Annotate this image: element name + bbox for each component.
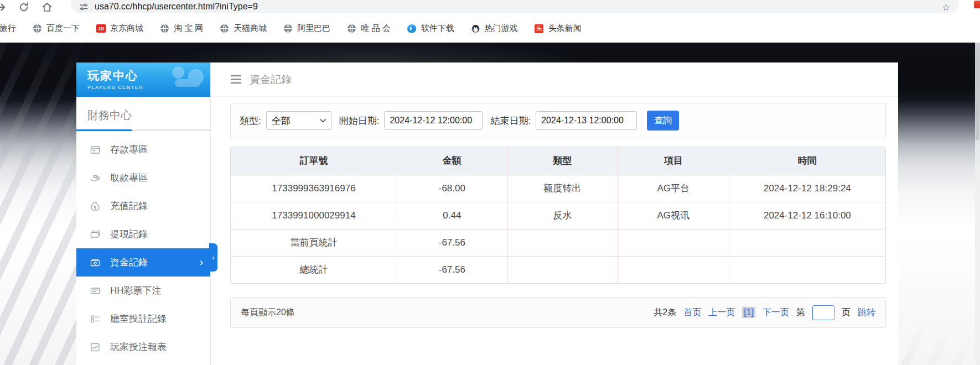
type-cell: 反水	[507, 202, 618, 229]
end-date-input[interactable]	[536, 111, 637, 130]
sidebar-item-hh-lottery[interactable]: HH彩票下注	[76, 277, 210, 305]
jump-prefix-label: 第	[796, 307, 805, 319]
bookmark-star-icon[interactable]: ☆	[942, 3, 950, 13]
bookmark-baidu[interactable]: 百度一下	[33, 23, 80, 34]
prev-page-link[interactable]: 上一页	[708, 307, 735, 319]
sidebar-item-funds-record[interactable]: 資金記錄	[76, 248, 210, 277]
content-header: 資金記錄	[211, 62, 898, 97]
search-button[interactable]: 查詢	[647, 111, 679, 131]
extension-icon[interactable]	[974, 1, 980, 8]
main-panel: 資金記錄 類型: 全部 開始日期: 結束日期: 查詢	[211, 62, 898, 365]
sidebar-item-label: 存款專區	[110, 143, 148, 156]
bookmark-label: 百度一下	[46, 23, 80, 34]
sidebar-item-withdraw[interactable]: 取款專區	[76, 164, 210, 192]
sidebar-item-label: 廳室投註記錄	[110, 312, 167, 325]
sidebar-item-label: 玩家投注報表	[110, 341, 167, 353]
penguin-icon	[471, 24, 480, 33]
page-background: 玩家中心 PLAYERS CENTER 財務中心 存款專區 取款專區	[0, 43, 980, 365]
order-no-cell: 1733999363916976	[231, 175, 397, 202]
sidebar-collapse-handle[interactable]: ›	[209, 243, 217, 272]
time-cell: 2024-12-12 16:10:00	[729, 202, 885, 229]
start-date-input[interactable]	[384, 111, 483, 130]
bookmark-jd[interactable]: JD 京东商城	[96, 23, 143, 34]
browser-toolbar: usa70.cc/hhcp/usercenter.html?iniType=9 …	[0, 0, 980, 14]
column-header: 時間	[729, 147, 885, 175]
download-icon	[407, 24, 417, 33]
players-center-banner: 玩家中心 PLAYERS CENTER	[76, 62, 210, 97]
globe-icon	[220, 24, 229, 33]
toutiao-icon: 头	[535, 24, 544, 33]
section-divider	[76, 129, 210, 131]
amount-cell: -67.56	[397, 229, 507, 256]
bookmark-label: 旅行	[0, 23, 16, 34]
bookmark-taobao[interactable]: 淘 宝 网	[160, 23, 203, 34]
first-page-link[interactable]: 首页	[683, 307, 701, 319]
table-row: 1733991000029914 0.44 反水 AG视讯 2024-12-12…	[231, 202, 885, 229]
end-date-label: 結束日期:	[490, 114, 531, 127]
chart-icon	[90, 342, 101, 353]
forward-arrow-icon[interactable]	[0, 1, 7, 13]
amount-cell: -68.00	[397, 175, 507, 202]
deposit-icon	[90, 144, 101, 155]
bookmark-games[interactable]: 热门游戏	[471, 23, 518, 34]
table-header-row: 訂單號 金額 類型 項目 時間	[231, 147, 885, 175]
bookmark-toutiao[interactable]: 头 头条新闻	[535, 23, 582, 34]
bookmark-label: 天猫商城	[234, 23, 267, 34]
sidebar-item-hall-bets[interactable]: 廳室投註記錄	[76, 305, 210, 333]
home-icon[interactable]	[41, 1, 53, 13]
bookmark-label: 头条新闻	[548, 23, 582, 34]
sidebar-item-recharge-record[interactable]: 充值記錄	[76, 192, 210, 220]
sidebar-item-deposit[interactable]: 存款專區	[76, 135, 210, 164]
type-select[interactable]: 全部	[266, 111, 331, 130]
site-settings-icon[interactable]	[80, 3, 88, 11]
globe-icon	[347, 24, 356, 33]
total-count: 共2条	[654, 307, 676, 319]
jump-button[interactable]: 跳转	[858, 307, 875, 319]
bookmark-vip[interactable]: 唯 品 会	[347, 23, 390, 34]
gamepad-icon	[167, 65, 207, 92]
item-cell: AG视讯	[618, 202, 729, 229]
next-page-link[interactable]: 下一页	[763, 307, 789, 319]
hand-coins-icon	[90, 173, 101, 184]
amount-cell: 0.44	[397, 202, 507, 229]
reload-icon[interactable]	[18, 1, 30, 13]
vertical-scrollbar	[975, 43, 980, 365]
jd-icon: JD	[96, 24, 106, 33]
item-cell: AG平台	[618, 175, 729, 202]
page-title: 資金記錄	[250, 72, 292, 87]
globe-icon	[160, 24, 169, 33]
sidebar-item-label: 取款專區	[110, 171, 148, 184]
order-no-cell: 1733991000029914	[231, 202, 397, 229]
bookmark-alibaba[interactable]: 阿里巴巴	[283, 23, 330, 34]
column-header: 類型	[507, 147, 618, 175]
sidebar: 玩家中心 PLAYERS CENTER 財務中心 存款專區 取款專區	[76, 62, 211, 365]
column-header: 訂單號	[231, 147, 397, 175]
sidebar-item-withdrawal-record[interactable]: 提現記錄	[76, 220, 210, 248]
bookmark-software[interactable]: 软件下载	[407, 23, 454, 34]
wallet-icon	[90, 229, 101, 240]
bookmark-label: 热门游戏	[485, 23, 518, 34]
sidebar-item-label: HH彩票下注	[110, 284, 162, 297]
grand-total-row: 總統計 -67.56	[231, 256, 885, 283]
page-total-row: 當前頁統計 -67.56	[231, 229, 885, 256]
pagination-controls: 共2条 首页 上一页 [1] 下一页 第 页 跳转	[654, 305, 875, 320]
label-cell: 當前頁統計	[231, 229, 397, 256]
list-icon	[90, 314, 101, 325]
address-bar[interactable]: usa70.cc/hhcp/usercenter.html?iniType=9 …	[71, 0, 959, 13]
sidebar-item-label: 資金記錄	[110, 256, 148, 269]
finance-section-title: 財務中心	[76, 97, 210, 123]
time-cell: 2024-12-12 18:29:24	[729, 175, 885, 202]
sidebar-item-player-report[interactable]: 玩家投注報表	[76, 333, 210, 361]
url-text[interactable]: usa70.cc/hhcp/usercenter.html?iniType=9	[95, 2, 258, 12]
menu-toggle-icon[interactable]	[230, 75, 242, 84]
bookmark-label: 淘 宝 网	[174, 23, 203, 34]
sidebar-item-label: 提現記錄	[110, 228, 148, 241]
ticket-icon	[90, 285, 101, 296]
scrollbar-thumb[interactable]	[976, 49, 979, 140]
bookmark-travel[interactable]: 旅行	[0, 23, 16, 34]
bookmarks-bar: 旅行 百度一下 JD 京东商城 淘 宝 网 天猫商城 阿里巴巴 唯 品 会 软件	[0, 14, 980, 43]
current-page-indicator: [1]	[742, 307, 755, 318]
page-jump-input[interactable]	[812, 305, 834, 320]
bookmark-tmall[interactable]: 天猫商城	[220, 23, 267, 34]
bookmark-label: 唯 品 会	[361, 23, 390, 34]
